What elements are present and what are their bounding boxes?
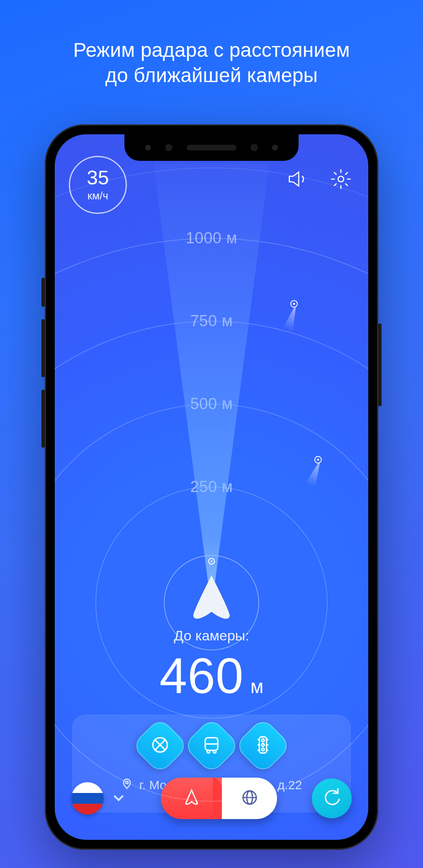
camera-blip[interactable] [314, 456, 322, 463]
phone-power-button [378, 323, 382, 406]
speed-value: 35 [87, 168, 109, 188]
notch-sensor [272, 145, 278, 150]
phone-frame: 35 км/ч [45, 124, 378, 850]
notch-camera [250, 144, 258, 151]
self-position-dot [208, 558, 215, 565]
notch-sensor [145, 145, 151, 150]
direction-arrow-icon [190, 574, 233, 623]
notch-speaker [187, 145, 236, 150]
promo-canvas: Режим радара с расстоянием до ближайшей … [0, 0, 423, 868]
phone-volume-down [41, 390, 45, 448]
phone-mute-switch [41, 278, 45, 307]
distance-unit: м [250, 675, 264, 698]
top-bar: 35 км/ч [55, 154, 368, 216]
notch-camera [165, 144, 173, 151]
promo-title: Режим радара с расстоянием до ближайшей … [0, 37, 423, 88]
svg-point-0 [338, 176, 344, 182]
distance-value: 460 [160, 647, 244, 704]
phone-notch [124, 134, 299, 161]
svg-marker-1 [153, 163, 270, 603]
camera-blip[interactable] [290, 300, 298, 308]
gear-icon [330, 168, 352, 192]
top-icons [284, 167, 354, 193]
promo-line-1: Режим радара с расстоянием [0, 37, 423, 63]
distance-label: До камеры: [55, 628, 368, 644]
speed-badge[interactable]: 35 км/ч [69, 156, 127, 214]
distance-readout: До камеры: 460 м [55, 628, 368, 704]
promo-line-2: до ближайшей камеры [0, 63, 423, 88]
phone-volume-up [41, 319, 45, 377]
speed-unit: км/ч [88, 189, 108, 202]
settings-button[interactable] [328, 167, 354, 193]
sound-icon [287, 168, 309, 192]
sound-button[interactable] [284, 167, 311, 193]
app-screen: 35 км/ч [55, 134, 368, 840]
